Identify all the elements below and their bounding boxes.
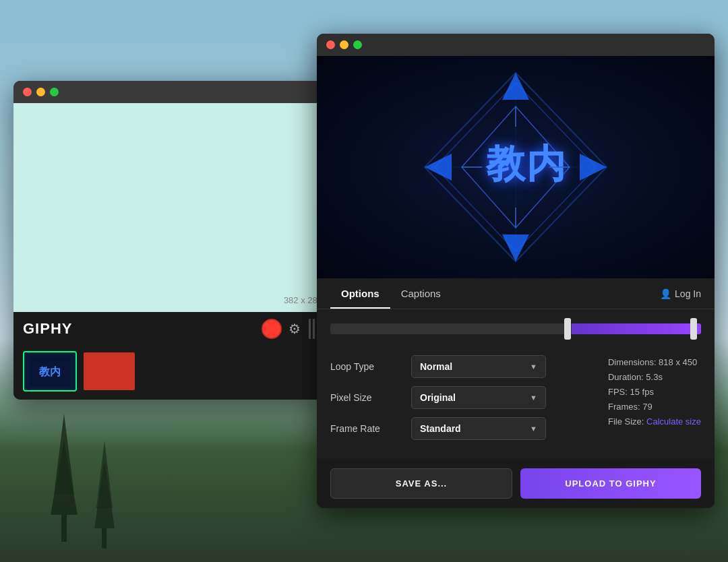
- right-close-dot[interactable]: [326, 40, 335, 49]
- left-bottom-bar: GIPHY ⚙: [13, 312, 330, 346]
- pixel-size-value: Original: [420, 392, 456, 403]
- thumbnails-row: 教内: [13, 346, 330, 400]
- loop-type-row: Loop Type Normal ▼: [330, 355, 581, 378]
- thumbnail-2[interactable]: [82, 351, 136, 392]
- frame-rate-row: Frame Rate Standard ▼: [330, 417, 581, 440]
- upload-button[interactable]: UPLOAD TO GIPHY: [520, 468, 701, 499]
- loop-type-select[interactable]: Normal ▼: [411, 355, 546, 378]
- timeline-track[interactable]: [330, 319, 701, 339]
- login-label: Log In: [675, 288, 701, 299]
- svg-marker-18: [425, 154, 452, 181]
- tab-captions[interactable]: Captions: [390, 278, 452, 309]
- left-preview-area: 382 x 280: [13, 103, 330, 312]
- svg-rect-6: [309, 319, 311, 339]
- pixel-size-label: Pixel Size: [330, 392, 411, 403]
- save-as-button[interactable]: SAVE AS...: [330, 468, 512, 499]
- svg-marker-17: [502, 235, 529, 261]
- tabs-bar: Options Captions 👤 Log In: [317, 278, 715, 309]
- frame-rate-label: Frame Rate: [330, 423, 411, 434]
- gif-preview: 教 内: [317, 56, 715, 278]
- svg-marker-15: [502, 73, 529, 100]
- close-dot[interactable]: [23, 88, 32, 96]
- calculate-size-link[interactable]: Calculate size: [646, 416, 701, 427]
- timeline-handle-right[interactable]: [690, 318, 697, 340]
- svg-marker-16: [580, 154, 607, 181]
- minimize-dot[interactable]: [36, 88, 45, 96]
- left-window: 382 x 280 GIPHY ⚙ 教内: [13, 81, 330, 400]
- logo-svg: 教 内: [415, 66, 617, 268]
- loop-type-label: Loop Type: [330, 361, 411, 372]
- right-window: 教 内 Options Captions 👤 Log In: [317, 34, 715, 508]
- loop-type-value: Normal: [420, 361, 452, 372]
- track-filled: [572, 323, 702, 334]
- info-fps: FPS: 15 fps: [608, 385, 701, 400]
- info-duration: Duration: 5.3s: [608, 370, 701, 385]
- frame-rate-value: Standard: [420, 423, 461, 434]
- right-minimize-dot[interactable]: [340, 40, 348, 49]
- bottom-buttons: SAVE AS... UPLOAD TO GIPHY: [317, 459, 715, 508]
- timeline-handle-left[interactable]: [564, 318, 571, 340]
- maximize-dot[interactable]: [50, 88, 59, 96]
- pixel-size-select[interactable]: Original ▼: [411, 386, 546, 409]
- svg-rect-7: [313, 319, 315, 339]
- right-titlebar: [317, 34, 715, 56]
- tab-options[interactable]: Options: [330, 278, 390, 309]
- person-icon: 👤: [660, 288, 671, 299]
- info-dimensions: Dimensions: 818 x 450: [608, 355, 701, 370]
- info-frames: Frames: 79: [608, 400, 701, 414]
- timeline-section: [317, 309, 715, 344]
- track-background: [330, 323, 701, 334]
- thumbnail-1[interactable]: 教内: [23, 351, 77, 392]
- thumb-giphy-content: 教内: [24, 352, 75, 390]
- thumb-red-content: [84, 352, 135, 390]
- giphy-brand: GIPHY: [23, 320, 72, 338]
- loop-type-arrow: ▼: [530, 363, 537, 371]
- frame-rate-arrow: ▼: [530, 425, 537, 433]
- left-titlebar: [13, 81, 330, 103]
- info-file-size: File Size: Calculate size: [608, 414, 701, 429]
- svg-text:教: 教: [485, 142, 526, 186]
- pixel-size-row: Pixel Size Original ▼: [330, 386, 581, 409]
- file-size-label: File Size:: [608, 416, 644, 427]
- login-button[interactable]: 👤 Log In: [660, 288, 701, 299]
- right-maximize-dot[interactable]: [353, 40, 362, 49]
- pixel-size-arrow: ▼: [530, 394, 537, 402]
- info-panel: Dimensions: 818 x 450 Duration: 5.3s FPS…: [608, 355, 701, 448]
- record-button[interactable]: [262, 319, 282, 339]
- gear-icon[interactable]: ⚙: [289, 321, 301, 337]
- svg-text:内: 内: [526, 142, 566, 186]
- svg-text:教内: 教内: [38, 366, 61, 377]
- gif-preview-inner: 教 内: [317, 56, 715, 278]
- frame-rate-select[interactable]: Standard ▼: [411, 417, 546, 440]
- options-section: Loop Type Normal ▼ Pixel Size Original ▼: [317, 344, 715, 459]
